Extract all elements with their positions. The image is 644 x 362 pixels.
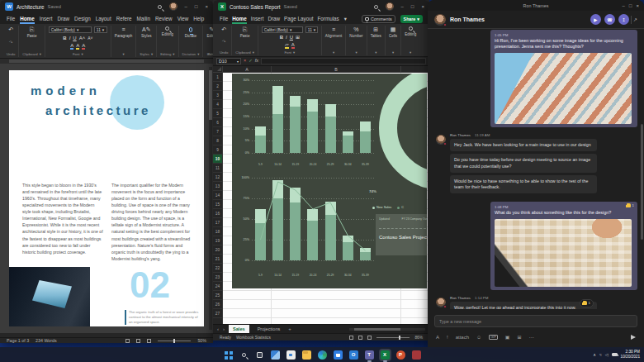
read-mode-icon[interactable]: [125, 339, 130, 343]
doc-scrollbar[interactable]: [209, 67, 212, 330]
row-header-17[interactable]: 17: [213, 218, 222, 227]
maximize-button[interactable]: □: [629, 3, 632, 8]
maximize-button[interactable]: □: [411, 4, 414, 9]
row-header-1[interactable]: 1: [213, 73, 222, 82]
row-header-4[interactable]: 4: [213, 100, 222, 109]
chat-titlebar[interactable]: Ron Thames – □ ×: [428, 0, 644, 11]
widgets-taskbar-icon[interactable]: [271, 350, 280, 360]
underline-button[interactable]: U: [73, 36, 76, 40]
word-count[interactable]: 234 Words: [36, 338, 57, 343]
row-header-20[interactable]: 20: [213, 245, 222, 255]
italic-button[interactable]: I: [69, 36, 71, 40]
contact-avatar[interactable]: [436, 298, 446, 307]
row-header-16[interactable]: 16: [213, 209, 222, 218]
taskview-taskbar-icon[interactable]: [255, 350, 264, 360]
audio-call-button[interactable]: ☎: [604, 14, 615, 25]
normal-view-icon[interactable]: [349, 336, 353, 340]
select-all-corner[interactable]: [213, 66, 223, 72]
font-color-button[interactable]: A: [82, 43, 85, 50]
minimize-button[interactable]: –: [401, 4, 404, 9]
row-header-21[interactable]: 21: [213, 255, 222, 264]
emoji-icon[interactable]: ☺: [476, 335, 481, 340]
more-icon[interactable]: ⋯: [529, 335, 534, 340]
clock[interactable]: 2:30 PM 10/20/2021: [621, 350, 640, 360]
formula-input[interactable]: [261, 58, 426, 64]
tray-chevron-icon[interactable]: ∧: [593, 353, 596, 357]
close-button[interactable]: ×: [421, 4, 424, 9]
alignment-button[interactable]: ≡ Alignment: [325, 26, 342, 38]
column-header-b[interactable]: B: [272, 66, 401, 72]
italic-button[interactable]: I: [286, 35, 287, 40]
undo-icon[interactable]: ↶: [221, 26, 226, 32]
row-header-7[interactable]: 7: [213, 127, 222, 136]
video-call-button[interactable]: ▶: [590, 14, 601, 25]
paste-button[interactable]: ⎘ Paste: [240, 26, 250, 38]
dictate-button[interactable]: Dictate: [185, 26, 197, 38]
tab-draw[interactable]: Draw: [57, 13, 69, 24]
row-header-5[interactable]: 5: [213, 109, 222, 118]
format-icon[interactable]: A: [436, 335, 439, 340]
redo-icon[interactable]: ↷: [222, 40, 225, 44]
tab-insert[interactable]: Insert: [40, 13, 53, 24]
minimize-button[interactable]: –: [185, 4, 187, 9]
sheet-tab-sales[interactable]: Sales: [229, 325, 249, 333]
close-button[interactable]: ×: [636, 3, 639, 8]
tab-refere[interactable]: Refere: [116, 13, 132, 24]
font-size-select[interactable]: 11▾: [305, 26, 318, 33]
tab-insert[interactable]: Insert: [251, 13, 264, 24]
paste-button[interactable]: ⎘ Paste: [27, 26, 37, 38]
text-effects-button[interactable]: A: [70, 43, 73, 50]
row-header-8[interactable]: 8: [213, 136, 222, 145]
column-header-a[interactable]: A: [223, 66, 272, 72]
teams-taskbar-icon[interactable]: T: [365, 350, 374, 360]
volume-icon[interactable]: ◁: [605, 353, 608, 357]
user-avatar[interactable]: [386, 2, 394, 11]
architecture-model-image[interactable]: [495, 219, 632, 287]
row-header-2[interactable]: 2: [213, 82, 222, 91]
row-header-22[interactable]: 22: [213, 264, 222, 273]
apps-icon[interactable]: ⊞: [518, 335, 522, 340]
bold-button[interactable]: B: [280, 35, 283, 40]
row-header-27[interactable]: 27: [213, 309, 222, 318]
row-header-13[interactable]: 13: [213, 182, 222, 191]
undo-icon[interactable]: ↶: [8, 26, 13, 32]
tab-formulas[interactable]: Formulas: [317, 13, 339, 24]
tab-home[interactable]: Home: [232, 13, 247, 24]
editing-button[interactable]: Editing: [162, 26, 173, 36]
sheet-tab-projections[interactable]: Projections: [253, 325, 285, 334]
excel-taskbar-icon[interactable]: X: [381, 350, 390, 360]
row-header-3[interactable]: 3: [213, 91, 222, 100]
ribbon-collapse-icon[interactable]: ∧: [207, 51, 211, 56]
page-layout-icon[interactable]: [358, 336, 362, 340]
sheet-prev-icon[interactable]: ‹: [217, 326, 219, 331]
wifi-icon[interactable]: ≈: [599, 353, 602, 357]
maximize-button[interactable]: □: [195, 4, 198, 9]
store-taskbar-icon[interactable]: [334, 350, 343, 360]
screen-share-button[interactable]: ↥: [618, 14, 629, 25]
number-button[interactable]: % Number: [349, 26, 362, 38]
comments-button[interactable]: Comments: [362, 15, 395, 23]
tables-button[interactable]: ⊞ Tables: [371, 26, 381, 38]
row-header-24[interactable]: 24: [213, 282, 222, 291]
editing-button[interactable]: Editing: [405, 26, 416, 36]
attach-icon[interactable]: attach: [456, 335, 469, 340]
popout-icon[interactable]: ↗: [633, 17, 637, 22]
search-icon[interactable]: [158, 5, 162, 9]
row-header-9[interactable]: 9: [213, 145, 222, 155]
explorer-taskbar-icon[interactable]: [302, 350, 311, 360]
contact-avatar[interactable]: [434, 14, 446, 26]
grow-font-button[interactable]: A˄: [79, 36, 86, 40]
sticker-icon[interactable]: ▣: [505, 335, 510, 340]
font-color-button[interactable]: A: [291, 42, 295, 49]
exclaim-icon[interactable]: !: [447, 335, 448, 340]
battery-icon[interactable]: [612, 353, 618, 356]
search-icon[interactable]: [374, 5, 378, 9]
chat-taskbar-icon[interactable]: [286, 350, 296, 360]
tab-draw[interactable]: Draw: [268, 13, 280, 24]
excel-titlebar[interactable]: X Contoso Sales Report Saved – □ ×: [213, 0, 429, 13]
page-indicator[interactable]: Page 1 of 3: [7, 338, 29, 343]
ppt-taskbar-icon[interactable]: P: [396, 350, 405, 360]
row-header-6[interactable]: 6: [213, 118, 222, 127]
row-header-26[interactable]: 26: [213, 300, 222, 309]
row-header-25[interactable]: 25: [213, 291, 222, 300]
